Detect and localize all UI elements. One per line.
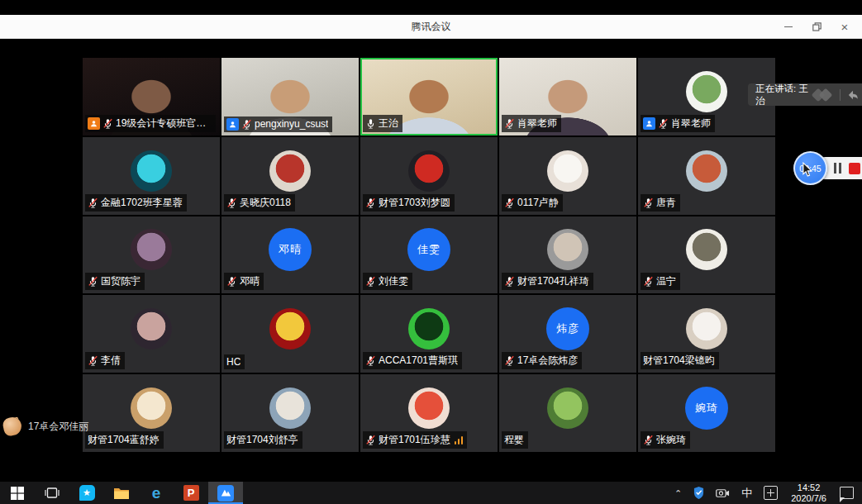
app-window: 腾讯会议 × 19级会计专硕班官小... pengxinyu_csust: [0, 0, 862, 504]
participant-tile[interactable]: 程婴: [499, 374, 636, 452]
initials-avatar: 邓晴: [269, 228, 312, 271]
participant-name: pengxinyu_csust: [255, 118, 328, 130]
muted-mic-icon: [504, 355, 515, 366]
photo-avatar: [408, 388, 450, 429]
initials-avatar: 炜彦: [546, 307, 589, 350]
participant-nameplate: 温宁: [641, 273, 680, 290]
participant-tile[interactable]: 王治: [360, 58, 498, 136]
top-black-strip: [0, 0, 862, 15]
participant-tile[interactable]: 李倩: [83, 295, 220, 373]
task-view-taskbar-button[interactable]: [35, 482, 69, 504]
participant-tile[interactable]: 0117卢静: [499, 137, 636, 215]
muted-mic-icon: [226, 197, 237, 208]
muted-mic-icon: [102, 118, 113, 129]
tencent-meeting-taskbar-button[interactable]: [208, 482, 243, 504]
participant-tile[interactable]: 国贸陈宇: [83, 216, 220, 294]
participant-tile[interactable]: 金融1702班李星蓉: [83, 137, 220, 215]
muted-mic-icon: [643, 197, 654, 208]
participant-tile[interactable]: 炜彦 17卓会陈炜彦: [499, 295, 636, 373]
file-explorer-icon: [113, 487, 130, 500]
start-icon: [11, 487, 24, 500]
clock-date: 2020/7/6: [791, 493, 826, 504]
minimize-button[interactable]: [776, 15, 801, 38]
participant-tile[interactable]: 佳雯 刘佳雯: [360, 216, 498, 294]
muted-mic-icon: [365, 355, 376, 366]
collapse-arrow-icon[interactable]: [844, 90, 862, 100]
toast-divider: [840, 89, 841, 101]
participant-tile[interactable]: 财管1703刘梦圆: [360, 137, 498, 215]
ime-language-indicator[interactable]: 中: [736, 482, 757, 504]
muted-mic-icon: [504, 197, 515, 208]
participant-name: 邓晴: [240, 274, 260, 288]
muted-mic-icon: [504, 276, 515, 287]
speaking-toast-text: 正在讲话: 王治: [755, 83, 808, 107]
participant-tile[interactable]: 财管1704蓝舒婷: [83, 374, 220, 452]
participant-tile[interactable]: 财管1704孔祥琦: [499, 216, 636, 294]
photo-avatar: [131, 388, 172, 429]
photo-avatar: [547, 229, 588, 270]
photo-avatar: [408, 308, 450, 349]
taskbar: ★eP ⌃ 中 14:52 2020/7/6: [0, 482, 862, 504]
pause-recording-button[interactable]: [834, 163, 841, 174]
speaking-toast: 正在讲话: 王治: [748, 83, 862, 106]
tencent-meeting-icon: [217, 485, 234, 502]
participant-nameplate: 肖翠老师: [502, 115, 561, 132]
participant-tile[interactable]: pengxinyu_csust: [221, 58, 359, 136]
participant-tile[interactable]: 19级会计专硕班官小...: [83, 58, 220, 136]
initials-avatar: 佳雯: [407, 228, 450, 271]
ime-grid-icon[interactable]: [759, 482, 783, 504]
participant-tile[interactable]: 吴晓庆0118: [221, 137, 359, 215]
photo-avatar: [686, 229, 727, 270]
pause-icon: [839, 163, 841, 174]
participant-tile[interactable]: 温宁: [638, 216, 775, 294]
hidden-icons-chevron[interactable]: ⌃: [669, 483, 687, 504]
participant-nameplate: pengxinyu_csust: [224, 116, 332, 132]
participant-nameplate: 王治: [363, 115, 402, 132]
clock-time: 14:52: [798, 483, 821, 493]
participant-tile[interactable]: 财管1704刘舒亭: [221, 374, 359, 452]
photo-avatar: [269, 150, 311, 192]
participant-tile[interactable]: 肖翠老师: [499, 58, 636, 136]
powerpoint-taskbar-button[interactable]: P: [174, 482, 208, 504]
close-button[interactable]: ×: [832, 15, 857, 38]
security-shield-icon[interactable]: [688, 482, 709, 504]
participant-nameplate: HC: [224, 354, 245, 369]
participant-tile[interactable]: ACCA1701曹斯琪: [360, 295, 498, 373]
action-center-button[interactable]: [835, 482, 859, 504]
participant-nameplate: 程婴: [502, 431, 528, 449]
file-explorer-taskbar-button[interactable]: [104, 482, 139, 504]
task-view-icon: [45, 487, 60, 499]
participant-nameplate: 李倩: [85, 352, 125, 369]
photo-avatar: [269, 388, 311, 429]
participant-nameplate: 17卓会陈炜彦: [502, 352, 582, 369]
recorder-icon[interactable]: [711, 482, 735, 504]
participant-name: 李倩: [101, 354, 121, 368]
participant-tile[interactable]: 财管1701伍珍慧: [360, 374, 498, 452]
muted-mic-icon: [365, 276, 376, 287]
host-badge-icon: [643, 117, 655, 130]
start-taskbar-button[interactable]: [0, 482, 35, 504]
participant-tile[interactable]: 婉琦 张婉琦: [638, 374, 775, 452]
minimize-icon: [784, 26, 793, 27]
participant-tile[interactable]: 邓晴 邓晴: [221, 216, 359, 294]
participant-tile[interactable]: 唐青: [638, 137, 775, 215]
restore-button[interactable]: [804, 15, 829, 38]
participant-name: HC: [226, 356, 241, 368]
muted-mic-icon: [88, 355, 98, 366]
taskbar-clock[interactable]: 14:52 2020/7/6: [784, 483, 833, 503]
participant-nameplate: 吴晓庆0118: [224, 194, 295, 212]
participant-tile[interactable]: HC: [221, 295, 359, 373]
participant-name: 财管1701伍珍慧: [379, 433, 450, 447]
participant-tile[interactable]: 财管1704梁镱昀: [638, 295, 775, 373]
participant-name: 张婉琦: [656, 433, 686, 447]
stop-recording-button[interactable]: [849, 163, 860, 174]
participant-nameplate: 张婉琦: [641, 431, 690, 449]
participant-nameplate: 唐青: [641, 194, 680, 212]
recording-timer[interactable]: 00:45: [793, 151, 827, 185]
qq-taskbar-button[interactable]: ★: [69, 482, 104, 504]
participant-name: 王治: [379, 116, 398, 131]
participant-name: 肖翠老师: [517, 116, 557, 131]
participant-name: 国贸陈宇: [101, 274, 140, 288]
edge-taskbar-button[interactable]: e: [139, 482, 174, 504]
muted-mic-icon: [504, 118, 515, 129]
